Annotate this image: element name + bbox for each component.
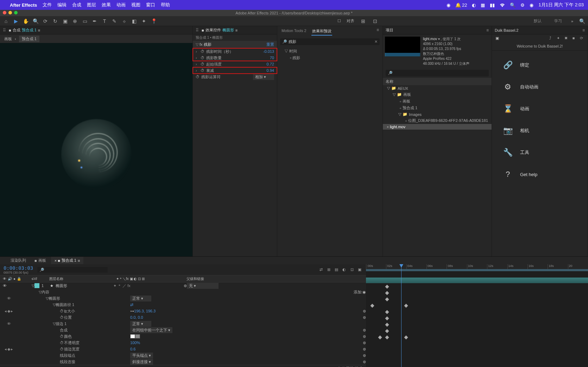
prop-stroke-width-row[interactable]: ◂◆▸⏱ 描边宽度0.6⊚ [0, 346, 366, 352]
duik-icon-3[interactable]: ✖ [563, 36, 569, 41]
add-shape-button[interactable]: ◉ [362, 290, 366, 294]
line-cap-dropdown[interactable]: 平头端点 ▾ [130, 353, 153, 359]
fx-decay-value[interactable]: 0.94 [267, 68, 274, 73]
eraser-tool-icon[interactable]: ◧ [131, 18, 137, 24]
menubar-clock[interactable]: 1月1日 周六 下午 2:03 [538, 2, 584, 8]
tab-motion-tools[interactable]: Motion Tools 2 [281, 27, 307, 36]
opacity-value[interactable]: 100% [130, 341, 140, 345]
fx-echo-time-row[interactable]: ›⏱残影时间（秒） -0.013 [193, 48, 277, 55]
project-folder-aeux[interactable]: ▽ 📁 AEUX [383, 85, 492, 91]
prop-color-row[interactable]: ⏱ 颜色⊚ [0, 333, 366, 340]
breadcrumb-root[interactable]: 画板 [4, 36, 12, 42]
position-value[interactable]: 0.0, 0.0 [130, 315, 143, 319]
blend-mode-dropdown[interactable]: 正常 ▾ [130, 296, 151, 301]
tl-opt-5[interactable]: ⊡ [349, 267, 355, 272]
duik-icon-4[interactable]: ■ [571, 36, 576, 41]
home-icon[interactable]: ⌂ [3, 18, 9, 24]
stroke-width-value[interactable]: 0.6 [130, 347, 135, 351]
timeline-search-input[interactable] [37, 267, 108, 273]
wifi-icon[interactable] [500, 3, 505, 7]
effects-search-input[interactable]: 🔎 ✕ [280, 38, 380, 45]
menu-effect[interactable]: 效果 [102, 2, 111, 8]
fx-echo-count-row[interactable]: ›⏱残影数量 70 [193, 55, 277, 61]
keyframe[interactable] [404, 335, 408, 339]
tl-opt-2[interactable]: ⊞ [326, 267, 331, 272]
project-folder-images[interactable]: ▽ 📁 Images [383, 111, 492, 117]
tl-opt-1[interactable]: ⇄ [318, 267, 324, 272]
duik-animation-button[interactable]: ⌛动画 [492, 98, 588, 120]
stroke-blend-dropdown[interactable]: 正常 ▾ [130, 321, 151, 327]
siri-icon[interactable]: ◉ [530, 2, 533, 8]
prop-line-join-row[interactable]: 线段连接斜接连接 ▾⊚ [0, 359, 366, 365]
playhead[interactable] [401, 264, 402, 367]
fx-effect-header[interactable]: ▽ fx 残影 重置 [193, 41, 277, 48]
fx-echo-count-value[interactable]: 70 [270, 56, 274, 60]
duik-camera-button[interactable]: 📷相机 [492, 120, 588, 142]
fx-tab[interactable]: ■ 效果控件 椭圆形 ≡ [202, 27, 238, 33]
clear-search-icon[interactable]: ✕ [374, 39, 378, 44]
col-index[interactable]: # [35, 277, 49, 281]
fx-reset-button[interactable]: 重置 [266, 42, 274, 47]
duik-rigging-button[interactable]: 🔗绑定 [492, 54, 588, 76]
project-item-light-mov[interactable]: ▫ light.mov [383, 124, 492, 130]
selection-tool-icon[interactable]: ▶ [13, 18, 19, 24]
effects-group-time[interactable]: ▽ 时间 [280, 48, 380, 55]
composite-dropdown[interactable]: 在同组中前一个之下 ▾ [130, 327, 172, 333]
col-solo-icon[interactable]: ● [13, 277, 15, 281]
minimize-window-button[interactable] [8, 11, 12, 14]
current-timecode[interactable]: 0:00:03:03 [4, 265, 33, 271]
zoom-tool-icon[interactable]: 🔍 [32, 18, 39, 24]
keyframe[interactable] [385, 335, 389, 339]
project-search-input[interactable]: 🔎 [386, 70, 489, 76]
tab-effects-presets[interactable]: 效果和预设 [311, 27, 332, 36]
fx-start-intensity-value[interactable]: 0.72 [267, 62, 274, 66]
maximize-window-button[interactable] [14, 11, 18, 14]
shape-tool-icon[interactable]: ▭ [82, 18, 88, 24]
workspace-default[interactable]: 默认 [530, 17, 545, 25]
line-join-dropdown[interactable]: 斜接连接 ▾ [130, 359, 153, 365]
duik-tab[interactable]: Duik Bassel.2 [495, 28, 518, 32]
layer-color-label[interactable] [34, 283, 39, 288]
constrain-icon[interactable]: ⊶ [130, 309, 134, 313]
layer-row-1[interactable]: 👁 ▽ 1 ★ 椭圆形 ✦ ＊ ／ fx ⊚ 无 ▾ [0, 282, 366, 289]
pen-tool-icon[interactable]: ✒ [91, 18, 98, 24]
rotate-tool-icon[interactable]: ↻ [52, 18, 58, 24]
col-switches[interactable]: ✦＊＼fx ▣ ◐ ⊡ ⊞ [116, 276, 186, 281]
layer-name[interactable]: 椭圆形 [53, 283, 113, 288]
keyframe[interactable] [385, 329, 389, 333]
snap-checkbox[interactable]: ☐ [337, 19, 341, 23]
layer-vis-2[interactable]: 👁 [7, 296, 11, 300]
menu-composition[interactable]: 合成 [72, 2, 81, 8]
fx-start-intensity-row[interactable]: ›⏱起始强度 0.72 [193, 61, 277, 67]
menu-window[interactable]: 窗口 [146, 2, 155, 8]
layer-visibility-toggle[interactable]: 👁 [3, 284, 7, 288]
effects-item-echo[interactable]: ▫ 残影 [280, 55, 380, 61]
project-folder-artboard[interactable]: ▽ 📁 画板 [383, 91, 492, 98]
menu-help[interactable]: 帮助 [161, 2, 170, 8]
snap-icon-1[interactable]: ⊞ [360, 18, 366, 24]
parent-pickwhip-icon[interactable]: ⊚ [184, 284, 187, 288]
panel-menu-icon[interactable]: ≡ [377, 27, 379, 36]
panel-menu-icon[interactable]: ≡ [486, 28, 489, 33]
work-area-bar[interactable] [366, 269, 588, 271]
orbit-tool-icon[interactable]: ⟳ [42, 18, 49, 24]
col-visibility-icon[interactable]: 👁 [3, 277, 6, 281]
search-icon[interactable]: 🔍 [510, 2, 516, 8]
snap-icon-2[interactable]: ⊡ [372, 18, 378, 24]
hand-tool-icon[interactable]: ✋ [23, 18, 29, 24]
col-lock-icon[interactable]: 🔒 [17, 277, 21, 281]
project-tab[interactable]: 项目 [386, 27, 393, 33]
menu-edit[interactable]: 编辑 [57, 2, 67, 8]
layer-duration-bar[interactable] [366, 278, 588, 283]
timeline-tab-artboard[interactable]: ■ 画板 [31, 257, 50, 264]
menu-animation[interactable]: 动画 [116, 2, 126, 8]
close-window-button[interactable] [3, 11, 6, 14]
prop-composite-row[interactable]: 合成在同组中前一个之下 ▾⊚ [0, 327, 366, 333]
parent-dropdown[interactable]: 无 ▾ [187, 283, 219, 289]
prop-position-row[interactable]: ⏱ 位置0.0, 0.0⊚ [0, 314, 366, 321]
notification-badge[interactable]: 🔔22 [455, 2, 467, 8]
keyframe[interactable] [385, 285, 389, 288]
menu-view[interactable]: 视图 [131, 2, 140, 8]
project-comp-artboard[interactable]: ▫ 画板 [383, 98, 492, 105]
text-tool-icon[interactable]: T [101, 18, 108, 24]
